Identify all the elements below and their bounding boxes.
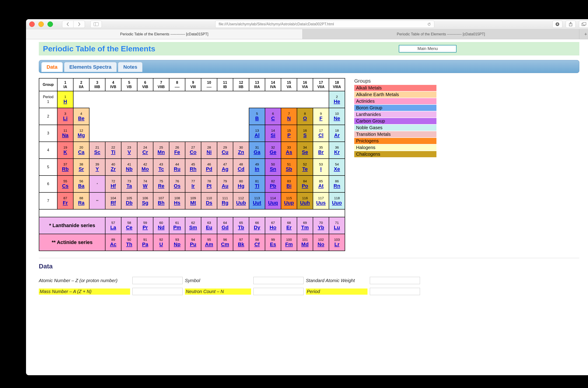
element-Uus[interactable]: 117Uus <box>313 193 329 209</box>
element-I[interactable]: 53I <box>313 159 329 175</box>
element-Te[interactable]: 52Te <box>297 159 313 175</box>
element-Uup[interactable]: 115Uup <box>281 193 297 209</box>
back-button[interactable] <box>62 21 74 28</box>
element-Am[interactable]: 95Am <box>201 234 217 251</box>
input-neutron-count[interactable] <box>253 288 304 295</box>
element-Uuq[interactable]: 114Uuq <box>265 193 281 209</box>
new-tab-button[interactable]: + <box>579 29 588 39</box>
input-atomic-number[interactable] <box>132 277 183 284</box>
element-Mg[interactable]: 12Mg <box>73 125 89 142</box>
element-Dy[interactable]: 66Dy <box>249 217 265 234</box>
element-Md[interactable]: 101Md <box>297 234 313 251</box>
tabs-button[interactable] <box>579 21 588 28</box>
element-Ac[interactable]: 89Ac <box>105 234 121 251</box>
element-Pb[interactable]: 82Pb <box>265 175 281 193</box>
element-Sb[interactable]: 51Sb <box>281 159 297 175</box>
element-Ag[interactable]: 47Ag <box>217 159 233 175</box>
element-Eu[interactable]: 63Eu <box>201 217 217 234</box>
element-Th[interactable]: 90Th <box>121 234 137 251</box>
element-Uub[interactable]: 112Uub <box>233 193 249 209</box>
element-Na[interactable]: 11Na <box>57 125 73 142</box>
element-Tm[interactable]: 69Tm <box>297 217 313 234</box>
element-Cd[interactable]: 48Cd <box>233 159 249 175</box>
element-Ne[interactable]: 10Ne <box>329 108 345 125</box>
element-O[interactable]: 8O <box>297 108 313 125</box>
element-Fm[interactable]: 100Fm <box>281 234 297 251</box>
element-Ds[interactable]: 110Ds <box>201 193 217 209</box>
element-Co[interactable]: 27Co <box>185 142 201 159</box>
element-Zr[interactable]: 40Zr <box>105 159 121 175</box>
tab-notes[interactable]: Notes <box>118 62 143 72</box>
element-Sn[interactable]: 50Sn <box>265 159 281 175</box>
element-Uuh[interactable]: 116Uuh <box>297 193 313 209</box>
element-Cs[interactable]: 55Cs <box>57 175 73 193</box>
element-Si[interactable]: 14Si <box>265 125 281 142</box>
element-Tc[interactable]: 43Tc <box>153 159 169 175</box>
element-Hf[interactable]: 72Hf <box>105 175 121 193</box>
element-In[interactable]: 49In <box>249 159 265 175</box>
element-Au[interactable]: 79Au <box>217 175 233 193</box>
element-Ti[interactable]: 22Ti <box>105 142 121 159</box>
reload-icon[interactable] <box>427 22 431 26</box>
element-Kr[interactable]: 36Kr <box>329 142 345 159</box>
element-Be[interactable]: 4Be <box>73 108 89 125</box>
element-B[interactable]: 5B <box>249 108 265 125</box>
element-Cf[interactable]: 98Cf <box>249 234 265 251</box>
element-Sr[interactable]: 38Sr <box>73 159 89 175</box>
element-F[interactable]: 9F <box>313 108 329 125</box>
url-bar[interactable]: file:///Users/alchymylab/Sites/Alchymy/A… <box>215 21 434 28</box>
element-Cu[interactable]: 29Cu <box>217 142 233 159</box>
element-Lu[interactable]: 71Lu <box>329 217 345 234</box>
element-Ge[interactable]: 32Ge <box>265 142 281 159</box>
element-Pu[interactable]: 94Pu <box>185 234 201 251</box>
element-Gd[interactable]: 64Gd <box>217 217 233 234</box>
element-Er[interactable]: 68Er <box>281 217 297 234</box>
tab-data[interactable]: Data <box>41 62 63 72</box>
element-S[interactable]: 16S <box>297 125 313 142</box>
sidebar-toggle-button[interactable] <box>90 21 102 28</box>
input-mass-number[interactable] <box>132 288 183 295</box>
element-Uut[interactable]: 113Uut <box>249 193 265 209</box>
element-Zn[interactable]: 30Zn <box>233 142 249 159</box>
element-Yb[interactable]: 70Yb <box>313 217 329 234</box>
element-Pa[interactable]: 91Pa <box>137 234 153 251</box>
main-menu-button[interactable]: Main Menu <box>399 45 457 52</box>
element-H[interactable]: 1H <box>57 91 73 108</box>
element-Ga[interactable]: 31Ga <box>249 142 265 159</box>
element-Rh[interactable]: 45Rh <box>185 159 201 175</box>
forward-button[interactable] <box>74 21 85 28</box>
zoom-window-button[interactable] <box>48 22 53 27</box>
element-Ba[interactable]: 56Ba <box>73 175 89 193</box>
element-Nd[interactable]: 60Nd <box>153 217 169 234</box>
element-Pt[interactable]: 78Pt <box>201 175 217 193</box>
element-Sc[interactable]: 21Sc <box>89 142 105 159</box>
element-Nb[interactable]: 41Nb <box>121 159 137 175</box>
element-Mt[interactable]: 109Mt <box>185 193 201 209</box>
element-Os[interactable]: 76Os <box>169 175 185 193</box>
element-Mn[interactable]: 25Mn <box>153 142 169 159</box>
share-button[interactable] <box>566 21 576 28</box>
element-Ar[interactable]: 18Ar <box>329 125 345 142</box>
element-Ho[interactable]: 67Ho <box>265 217 281 234</box>
browser-tab-1[interactable]: Periodic Table of the Elements ---------… <box>303 29 579 39</box>
input-symbol[interactable] <box>253 277 304 284</box>
element-Bh[interactable]: 107Bh <box>153 193 169 209</box>
element-V[interactable]: 23V <box>121 142 137 159</box>
element-Ca[interactable]: 20Ca <box>73 142 89 159</box>
element-Lr[interactable]: 103Lr <box>329 234 345 251</box>
element-N[interactable]: 7N <box>281 108 297 125</box>
element-Pd[interactable]: 46Pd <box>201 159 217 175</box>
element-Np[interactable]: 93Np <box>169 234 185 251</box>
element-C[interactable]: 6C <box>265 108 281 125</box>
element-Ru[interactable]: 44Ru <box>169 159 185 175</box>
element-Ce[interactable]: 58Ce <box>121 217 137 234</box>
element-Ir[interactable]: 77Ir <box>185 175 201 193</box>
element-Rg[interactable]: 111Rg <box>217 193 233 209</box>
input-period[interactable] <box>370 288 420 295</box>
element-Ta[interactable]: 73Ta <box>121 175 137 193</box>
element-Ni[interactable]: 28Ni <box>201 142 217 159</box>
element-Rb[interactable]: 37Rb <box>57 159 73 175</box>
element-Ra[interactable]: 88Ra <box>73 193 89 209</box>
element-Tl[interactable]: 81Tl <box>249 175 265 193</box>
element-Pr[interactable]: 59Pr <box>137 217 153 234</box>
